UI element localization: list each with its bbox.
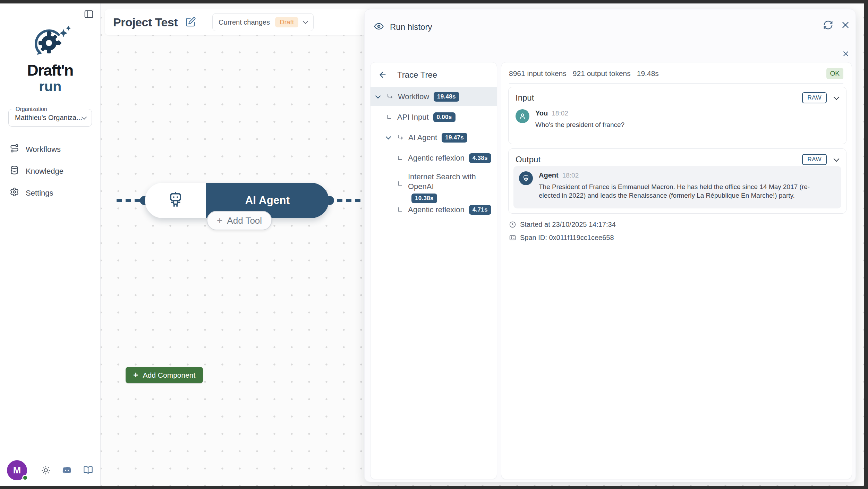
sidebar-footer: M [0,454,100,486]
add-component-label: Add Component [143,371,196,379]
trace-row-label: Agentic reflexion [408,205,465,214]
duration-badge: 4.71s [469,205,491,215]
trace-row-agentic-reflexion-1[interactable]: Agentic reflexion 4.38s [371,148,497,168]
tree-leaf-icon [396,206,405,214]
sidebar-nav: Workflows Knowledge Settings [0,138,100,204]
id-card-icon [509,234,516,241]
tree-leaf-icon [385,113,394,121]
trace-row-label: Workflow [398,92,429,101]
edit-title-icon[interactable] [185,17,196,28]
version-dropdown[interactable]: Current changes Draft [212,13,314,31]
input-collapse-chevron[interactable] [834,96,839,99]
output-raw-toggle[interactable]: RAW [802,154,827,165]
status-badge: OK [826,68,843,79]
add-component-button[interactable]: + Add Component [126,367,203,383]
logo-text-line1: Draft'n [0,62,100,78]
trace-detail-card: 8961 input tokens 921 output tokens 19.4… [501,62,852,479]
clock-icon [509,221,516,228]
corner-down-right-icon [396,134,405,142]
started-at-text: Started at 23/10/2025 14:17:34 [520,221,616,229]
chevron-down-icon [834,94,840,100]
chevron-down-icon[interactable] [386,134,391,139]
sidebar-item-knowledge[interactable]: Knowledge [0,160,100,182]
input-raw-toggle[interactable]: RAW [802,92,827,103]
agent-message-block: Agent18:02 The President of France is Em… [513,166,841,208]
sidebar: Draft'n run Organization Matthieu's Orga… [0,3,101,486]
span-id-text: Span ID: 0x011f119cc1cee658 [520,234,614,242]
close-panel-icon[interactable] [840,20,851,30]
plus-icon: + [217,215,222,226]
workflow-icon [10,144,19,155]
add-tool-label: Add Tool [227,215,262,226]
database-icon [10,165,19,177]
trace-row-label: AI Agent [408,133,437,142]
gear-icon [10,187,19,199]
output-tokens: 921 output tokens [573,69,631,78]
trace-row-api-input[interactable]: API Input 0.00s [371,108,497,127]
trace-tree-header: Trace Tree [371,62,497,87]
organization-select[interactable]: Organization Matthieu's Organiza... [8,109,92,127]
close-detail-icon[interactable] [842,50,850,58]
app-logo: Draft'n run [0,25,100,94]
agent-message-avatar [519,171,533,185]
total-duration: 19.48s [637,69,659,78]
chevron-down-icon[interactable] [375,93,381,98]
page-title: Project Test [113,16,178,29]
refresh-icon[interactable] [823,20,833,30]
avatar-initial: M [13,465,21,476]
run-history-panel: Run history Trace Tree [364,9,856,482]
user-message-avatar [516,109,529,123]
theme-sun-icon[interactable] [41,465,51,475]
back-arrow-icon[interactable] [378,70,388,79]
trace-row-agentic-reflexion-2[interactable]: Agentic reflexion 4.71s [371,200,497,219]
message-time: 18:02 [552,110,568,117]
output-collapse-chevron[interactable] [834,158,839,161]
trace-row-internet-search[interactable]: Internet Search with OpenAI 10.38s [371,169,497,199]
tree-leaf-icon [396,154,405,162]
sidebar-item-workflows[interactable]: Workflows [0,138,100,160]
sidebar-item-label: Knowledge [26,167,63,176]
discord-icon[interactable] [62,465,72,475]
message-sender: You [535,109,548,117]
trace-tree-card: Trace Tree Workflow 19.48s API Input 0.0… [370,62,497,479]
node-icon-section [145,183,206,218]
input-message: You18:02 Who's the president of france? [509,103,846,129]
app-window: Draft'n run Organization Matthieu's Orga… [0,3,864,486]
chevron-down-icon [834,156,840,162]
chevron-down-icon [82,114,87,120]
chevron-down-icon [303,19,308,24]
trace-row-label: API Input [397,113,429,122]
draft-status-badge: Draft [275,17,298,27]
message-time: 18:02 [562,172,579,179]
message-text: The President of France is Emmanuel Macr… [539,182,836,200]
input-section-header: Input RAW [509,87,846,103]
trace-tree-title: Trace Tree [397,70,437,80]
add-tool-button[interactable]: + Add Tool [207,211,272,230]
corner-down-right-icon [386,93,394,101]
output-message: Agent18:02 The President of France is Em… [513,166,841,200]
connection-edge-right [328,199,368,202]
sidebar-item-settings[interactable]: Settings [0,182,100,204]
user-avatar[interactable]: M [7,460,27,480]
output-section: Output RAW Agent18:02 The President of F… [508,148,846,214]
divider [509,83,843,84]
organization-label: Organization [13,106,50,112]
message-text: Who's the president of france? [535,120,634,129]
organization-value: Matthieu's Organiza... [15,114,82,122]
input-section: Input RAW You18:02 Who's the president o… [508,87,846,144]
trace-row-label: Agentic reflexion [408,154,465,163]
sidebar-toggle-icon[interactable] [84,9,95,20]
sidebar-item-label: Settings [26,189,53,198]
sidebar-item-label: Workflows [26,145,61,154]
trace-row-workflow[interactable]: Workflow 19.48s [371,87,497,106]
node-label: AI Agent [245,194,290,207]
online-status-dot [22,475,28,481]
output-section-header: Output RAW [509,149,846,165]
trace-row-ai-agent[interactable]: AI Agent 19.47s [371,128,497,147]
trace-row-label: Internet Search with OpenAI [408,172,495,191]
eye-icon [374,21,384,33]
panel-header: Run history [374,21,432,33]
plus-icon: + [133,370,138,380]
logo-text-line2: run [0,79,100,94]
docs-book-icon[interactable] [83,465,93,475]
